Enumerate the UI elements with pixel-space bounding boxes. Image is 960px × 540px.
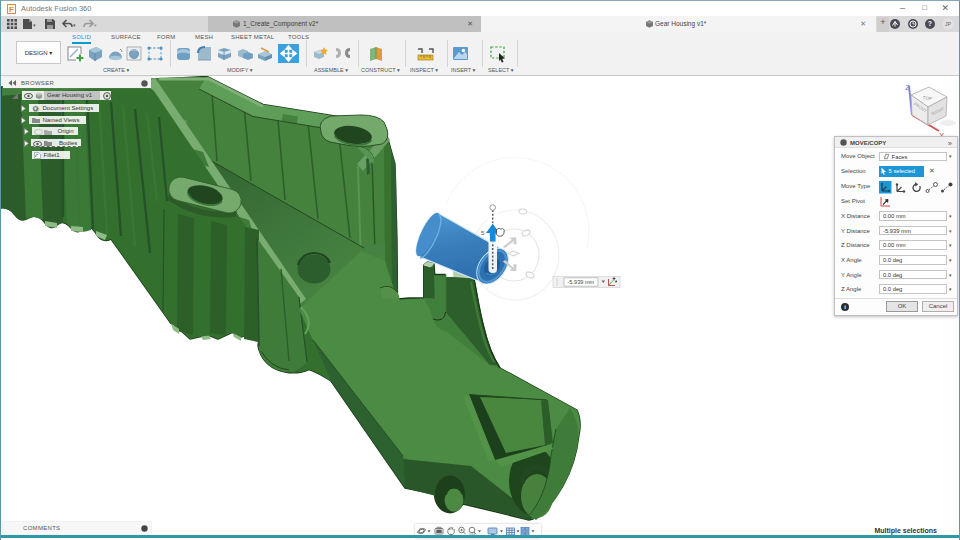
svg-text:JP: JP	[945, 21, 952, 27]
svg-text:Z: Z	[905, 83, 910, 92]
svg-text:-5.939 mm: -5.939 mm	[568, 279, 595, 285]
svg-text:?: ?	[928, 20, 932, 27]
